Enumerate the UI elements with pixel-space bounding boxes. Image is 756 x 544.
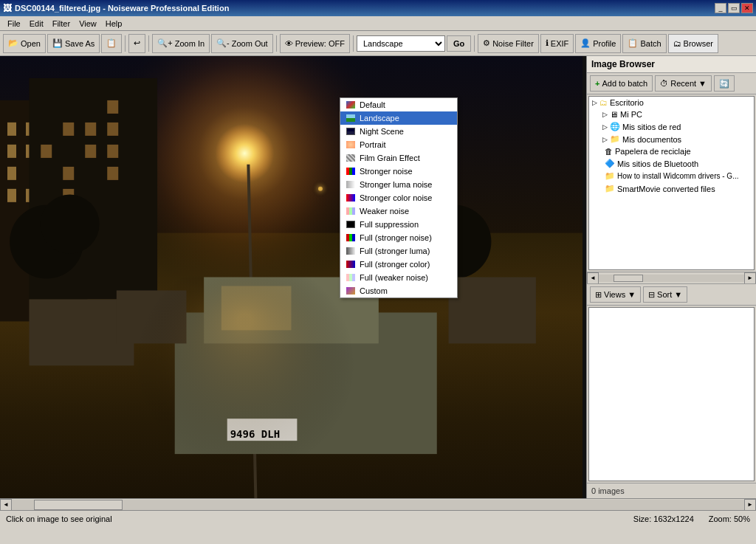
dropdown-item-stronger[interactable]: Stronger noise [340,165,457,178]
hscroll-right-button[interactable]: ► [744,499,756,511]
tree-item-docs[interactable]: ▷ 📁 Mis documentos [599,133,754,145]
dropdown-item-stronger-luma[interactable]: Stronger luma noise [340,178,457,191]
preview-button[interactable]: 👁 Preview: OFF [280,34,350,53]
status-zoom: Zoom: 50% [709,514,750,523]
expand-icon-network: ▷ [602,123,608,131]
refresh-button[interactable]: 🔄 [714,75,735,92]
extra-save-button[interactable]: 📋 [101,34,122,53]
dropdown-item-portrait[interactable]: Portrait [340,138,457,151]
go-button[interactable]: Go [447,35,471,52]
separator4 [353,35,354,52]
dropdown-item-custom[interactable]: Custom [340,284,457,297]
tree-item-mipc[interactable]: ▷ 🖥 Mi PC [599,109,754,120]
add-icon: + [595,79,599,88]
zoom-out-button[interactable]: 🔍- Zoom Out [211,34,273,53]
profile-dropdown[interactable]: Default Landscape Night Scene Portrait [357,35,445,52]
recent-button[interactable]: ⏱ Recent ▼ [655,75,712,92]
dropdown-item-stronger-color[interactable]: Stronger color noise [340,191,457,204]
status-click-msg: Click on image to see original [6,514,112,523]
dropdown-item-weaker[interactable]: Weaker noise [340,204,457,218]
batch-icon: 📋 [628,38,638,48]
close-button[interactable]: ✕ [741,3,753,13]
image-list-area [588,307,755,481]
tree-item-smartmovie[interactable]: 📁 SmartMovie converted files [599,182,754,195]
exif-button[interactable]: ℹ EXIF [540,34,574,53]
profile-button[interactable]: 👤 Profile [575,34,621,53]
image-canvas[interactable] [0,56,583,498]
refresh-icon: 🔄 [719,79,729,89]
menu-view[interactable]: View [75,18,101,30]
views-dropdown-icon: ▼ [628,290,636,299]
pc-icon-mipc: 🖥 [610,110,618,119]
tree-horizontal-scrollbar[interactable]: ◄ ► [587,272,756,283]
extra-save-icon: 📋 [106,38,117,48]
bluetooth-icon: 🔷 [605,159,615,168]
window-title: DSC00144_filtered.jpg - Noiseware Profes… [15,4,229,13]
full-weaker-icon [346,274,355,281]
title-bar: 🖼 DSC00144_filtered.jpg - Noiseware Prof… [0,0,756,16]
title-bar-controls[interactable]: _ ▭ ✕ [715,3,753,13]
browser-views-toolbar: ⊞ Views ▼ ⊟ Sort ▼ [587,283,756,306]
tree-item-recycle[interactable]: 🗑 Papelera de reciclaje [599,145,754,157]
nightscene-icon [346,128,355,135]
sort-dropdown-icon: ▼ [674,290,682,299]
restore-button[interactable]: ▭ [728,3,740,13]
exif-icon: ℹ [546,38,549,48]
toolbar: 📂 Open 💾 Save As 📋 ↩ 🔍+ Zoom In 🔍- Zoom … [0,31,756,56]
dropdown-item-filmgrain[interactable]: Film Grain Effect [340,151,457,165]
dropdown-item-landscape[interactable]: Landscape [340,111,457,125]
tree-item-network[interactable]: ▷ 🌐 Mis sitios de red [599,120,754,133]
undo-button[interactable]: ↩ [128,34,145,53]
tree-item-widcomm[interactable]: 📁 How to install Widcomm drivers - G... [599,170,754,182]
dropdown-item-full-suppress[interactable]: Full suppression [340,218,457,231]
right-panel: Image Browser + Add to batch ⏱ Recent ▼ … [586,56,756,498]
dropdown-item-full-stronger[interactable]: Full (stronger noise) [340,231,457,244]
hscroll-left-button[interactable]: ◄ [0,499,12,511]
status-bar: Click on image to see original Size: 163… [0,510,756,526]
save-as-button[interactable]: 💾 Save As [47,34,100,53]
browser-button[interactable]: 🗂 Browser [668,34,718,53]
menu-file[interactable]: File [3,18,25,30]
open-button[interactable]: 📂 Open [3,34,46,53]
profile-icon: 👤 [580,38,591,48]
add-to-batch-button[interactable]: + Add to batch [590,75,653,92]
hscroll-track[interactable] [12,500,744,510]
scroll-right-button[interactable]: ► [744,272,756,284]
noise-filter-button[interactable]: ⚙ Noise Filter [478,34,539,53]
dropdown-item-nightscene[interactable]: Night Scene [340,125,457,138]
dropdown-item-full-stronger-color[interactable]: Full (stronger color) [340,258,457,271]
scroll-thumb[interactable] [614,275,643,282]
stronger-luma-icon [346,181,355,188]
preview-icon: 👁 [285,39,293,48]
scroll-track[interactable] [599,275,744,282]
dropdown-item-default[interactable]: Default [340,98,457,111]
image-area[interactable]: Default Landscape Night Scene Portrait F… [0,56,586,498]
open-icon: 📂 [8,38,18,48]
minimize-button[interactable]: _ [715,3,726,13]
hscroll-thumb[interactable] [34,500,123,510]
browser-header: Image Browser [587,56,756,73]
views-icon: ⊞ [595,290,602,300]
menu-filter[interactable]: Filter [48,18,75,30]
zoom-in-button[interactable]: 🔍+ Zoom In [152,34,210,53]
menu-help[interactable]: Help [101,18,127,30]
folder-icon-escritorio: 🗂 [599,98,608,107]
dropdown-item-full-stronger-luma[interactable]: Full (stronger luma) [340,244,457,258]
sort-button[interactable]: ⊟ Sort ▼ [643,286,687,303]
menu-edit[interactable]: Edit [25,18,48,30]
stronger-color-icon [346,194,355,202]
portrait-icon [346,141,355,148]
separator3 [276,35,277,52]
undo-icon: ↩ [134,38,140,48]
tree-item-bluetooth[interactable]: 🔷 Mis sitios de Bluetooth [599,157,754,170]
status-info: Size: 1632x1224 Zoom: 50% [633,514,750,523]
views-button[interactable]: ⊞ Views ▼ [590,286,641,303]
scroll-left-button[interactable]: ◄ [587,272,599,284]
tree-item-escritorio[interactable]: ▷ 🗂 Escritorio [589,97,754,109]
recent-dropdown-icon: ▼ [698,79,707,88]
image-horizontal-scrollbar[interactable]: ◄ ► [0,498,756,510]
main-content: Default Landscape Night Scene Portrait F… [0,56,756,498]
dropdown-item-full-weaker[interactable]: Full (weaker noise) [340,271,457,284]
zoom-out-icon: 🔍- [216,38,230,48]
batch-button[interactable]: 📋 Batch [622,34,666,53]
